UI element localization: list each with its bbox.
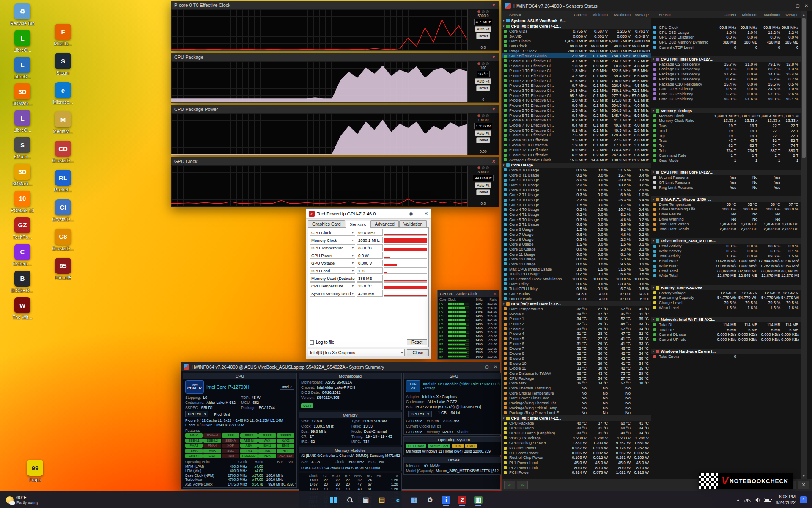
sensor-row[interactable]: Total Host Writes 1,304 GB 1,304 GB 1,30… bbox=[651, 222, 801, 227]
sensor-row[interactable]: Trfc 734 T 734 T 887 T 880 T bbox=[651, 148, 801, 153]
taskbar-app-button[interactable]: Z bbox=[455, 493, 469, 507]
graph-window-titlebar[interactable]: CPU Package ✕ bbox=[171, 53, 499, 61]
sensor-group-header[interactable]: ▾ Drive: Micron_2450_MTFDK... bbox=[651, 238, 801, 244]
sensor-row[interactable]: Battery Voltage 12.546 V 12.545 V 12.549… bbox=[651, 290, 801, 295]
sensor-row[interactable]: Total Activity 1.3 % 0.0 % 89.6 % 1.5 % bbox=[651, 254, 801, 259]
desktop-icon[interactable]: 95 Prime95 bbox=[44, 258, 82, 280]
next-page-button[interactable]: » bbox=[517, 481, 528, 489]
sensor-row[interactable]: GPU Clock 99.8 MHz 99.8 MHz 99.8 MHz 99.… bbox=[651, 25, 801, 30]
sensor-row[interactable]: P-core 5 T1 Effective Cl... 0.4 MHz 0.2 … bbox=[502, 113, 651, 118]
desktop-icon[interactable]: S Steam bbox=[44, 53, 82, 75]
maximize-icon[interactable]: ▢ bbox=[485, 364, 488, 369]
reset-button[interactable]: Reset bbox=[476, 137, 490, 143]
taskbar-app-button[interactable] bbox=[327, 493, 340, 507]
sensor-row[interactable]: P-core 0 T1 Effective Cl... 1.8 MHz 0.9 … bbox=[502, 64, 651, 69]
sensor-row[interactable]: Total DL 114 MB 114 MB 114 MB 114 MB bbox=[651, 322, 801, 327]
sensor-group-header[interactable]: ▾ S.M.A.R.T.: Micron_2450_... bbox=[651, 196, 801, 202]
gpuz-sensor-select[interactable]: Memory Clock ▾ bbox=[310, 237, 355, 243]
desktop-icon[interactable]: S SMath... bbox=[3, 137, 41, 159]
previous-page-button[interactable]: « bbox=[504, 481, 515, 489]
desktop-icon[interactable]: e Microso... bbox=[44, 82, 82, 105]
gpuz-sensor-select[interactable]: GPU Load ▾ bbox=[310, 267, 355, 274]
desktop-icon[interactable]: B BIOSHO... bbox=[3, 271, 41, 293]
sensor-row[interactable]: Command Rate 1 T 1 T 2 T 2 T bbox=[651, 153, 801, 158]
tray-chevron-icon[interactable]: ▲ bbox=[736, 498, 740, 502]
minimize-icon[interactable]: – bbox=[417, 211, 420, 216]
nvme-radio[interactable] bbox=[424, 464, 428, 467]
gpuz-sensor-select[interactable]: CPU Temperature ▾ bbox=[310, 282, 355, 289]
gpuz-sensor-select[interactable]: System Memory Used ▾ bbox=[310, 290, 355, 297]
autofit-button[interactable]: Auto Fit bbox=[475, 130, 491, 136]
sensor-row[interactable]: Core 0 T0 Usage 0.2 % 0.0 % 31.5 % 0.5 % bbox=[502, 168, 651, 173]
desktop-icon[interactable]: 10 PCMark 10 bbox=[3, 190, 41, 213]
graph-window-titlebar[interactable]: CPU Package Power ✕ bbox=[171, 105, 499, 113]
gpu-selector-dropdown[interactable]: GPU #0 ▾ bbox=[408, 411, 432, 417]
desktop-icon[interactable]: C Cyberp... bbox=[3, 244, 41, 266]
sensor-row[interactable]: IA Cores Power 0.937 W 0.916 W 9.176 W 1… bbox=[502, 445, 651, 450]
sensor-row[interactable]: E-core 10 32 °C 29 °C 41 °C 34 °C bbox=[502, 361, 651, 366]
taskbar-app-button[interactable] bbox=[343, 493, 357, 507]
wifi-icon[interactable] bbox=[744, 497, 751, 502]
sensor-row[interactable]: Core Critical Temperature No No No bbox=[502, 391, 651, 396]
sensor-row[interactable]: P-core 3 33 °C 29 °C 57 °C 34 °C bbox=[502, 326, 651, 331]
sensor-row[interactable]: Current DL rate 0.000 KB/s 0.000 KB/s 0.… bbox=[651, 332, 801, 337]
sensor-row[interactable]: Tcas 19 T 19 T 22 T 22 T bbox=[651, 123, 801, 128]
sensors-titlebar[interactable]: HWiNFO64 v7.26-4800 - Sensors Status – ▢… bbox=[502, 0, 812, 11]
close-icon[interactable]: ✕ bbox=[424, 211, 428, 216]
gpuz-tab[interactable]: Graphics Card bbox=[308, 220, 345, 227]
sensor-row[interactable]: Drive Failure No No No bbox=[651, 212, 801, 217]
sensor-row[interactable]: Drive Warning No No No bbox=[651, 217, 801, 222]
sensor-row[interactable]: E-core 11 33 °C 30 °C 42 °C 35 °C bbox=[502, 366, 651, 371]
sensor-row[interactable]: CPU Package Power 1.331 W 1.200 W 9.757 … bbox=[502, 441, 651, 446]
desktop-icon[interactable]: L LibreO... bbox=[3, 57, 41, 79]
sensor-row[interactable]: E-core 8 32 °C 30 °C 42 °C 34 °C bbox=[502, 351, 651, 356]
sensor-row[interactable]: CPU Package 36 °C 34 °C 57 °C 38 °C bbox=[502, 376, 651, 381]
sensor-row[interactable]: P-core 2 32 °C 29 °C 48 °C 33 °C bbox=[502, 321, 651, 326]
sensor-row[interactable]: Core Effective Clocks 12.9 MHz 0.1 MHz 7… bbox=[502, 53, 651, 58]
sensor-group-header[interactable]: ▾ CPU [#0]: Intel Core i7-12... bbox=[502, 301, 651, 307]
maximize-icon[interactable]: ▢ bbox=[796, 3, 799, 8]
close-icon[interactable]: ✕ bbox=[805, 3, 808, 8]
taskbar-app-button[interactable]: ▣ bbox=[359, 493, 373, 507]
sensor-row[interactable]: Core Power Limit Exce... No No No bbox=[502, 396, 651, 401]
sensor-row[interactable]: PCH Power 0.914 W 0.876 W 1.021 W 0.918 … bbox=[502, 470, 651, 475]
sensor-row[interactable]: E-core 9 T0 Effective Cl... 7.5 MHz 0.2 … bbox=[502, 133, 651, 138]
cpu-selector-dropdown[interactable]: CPU #0 ▾ bbox=[185, 411, 208, 417]
sensor-row[interactable]: P-core 4 T1 Effective Cl... 0.6 MHz 0.2 … bbox=[502, 103, 651, 108]
sensor-row[interactable]: Core 1 T0 Usage 3.0 % 0.0 % 20.0 % 0.3 % bbox=[502, 177, 651, 182]
volume-icon[interactable]: ) bbox=[755, 498, 760, 502]
gpuz-sensor-select[interactable]: GPU Voltage ▾ bbox=[310, 260, 355, 266]
sensor-row[interactable]: Package/Ring Critical Temp... No No No bbox=[502, 406, 651, 411]
sensor-row[interactable]: E-core 12 T0 Effective ... 6.9 MHz 0.2 M… bbox=[502, 148, 651, 153]
sensor-row[interactable]: Core 2 T0 Usage 3.0 % 0.0 % 31.5 % 2.2 % bbox=[502, 188, 651, 193]
sensor-row[interactable]: CPU IA Cores 33 °C 31 °C 60 °C 34 °C bbox=[502, 425, 651, 431]
sensor-group-header[interactable]: ▾ Network: Intel Wi-Fi 6E AX2... bbox=[651, 317, 801, 323]
sensor-row[interactable]: Write Activity 0.5 % 0.0 % 6.1 % 0.1 % bbox=[651, 248, 801, 254]
close-icon[interactable]: ✕ bbox=[494, 364, 497, 369]
desktop-icon-fraps[interactable]: 99 Fraps bbox=[16, 460, 54, 482]
sensors-scrollbar[interactable]: ▲ ▼ bbox=[801, 11, 807, 479]
sensor-row[interactable]: Ring/LLC Clock 798.0 MHz 399.0 MHz 3,691… bbox=[502, 49, 651, 54]
sensor-row[interactable]: Package C6 Residency 27.2 % 0.0 % 34.1 %… bbox=[651, 72, 801, 77]
sensor-row[interactable]: On-Demand Clock Modulation 100.0 % 100.0… bbox=[502, 276, 651, 282]
sensor-row[interactable]: Package/Ring Power Limit E... No No No bbox=[502, 411, 651, 416]
sensor-row[interactable]: Core Max 36 °C 34 °C 57 °C 38 °C bbox=[502, 381, 651, 386]
sensor-row[interactable]: E-core 6 T0 Effective Cl... 0.2 MHz 0.1 … bbox=[502, 118, 651, 123]
desktop-icon[interactable]: C8 CrystalD... bbox=[44, 229, 82, 251]
sensor-group-header[interactable]: ▾ Core Usage bbox=[502, 163, 651, 168]
sensor-row[interactable]: Core Thermal Throttling No No No bbox=[502, 386, 651, 391]
camera-icon[interactable]: ◉ bbox=[409, 211, 413, 216]
sensor-row[interactable]: Core 11 Usage 0.0 % 0.0 % 8.1 % 0.2 % bbox=[502, 252, 651, 257]
taskbar-app-button[interactable]: ▤ bbox=[375, 493, 389, 507]
sensor-row[interactable]: Core 3 T1 Usage 1.5 % 0.0 % 7.7 % 1.4 % bbox=[502, 202, 651, 207]
sensor-row[interactable]: Write Total 12,679 MB 12,645 MB 12,679 M… bbox=[651, 273, 801, 279]
sensor-row[interactable]: Package C8 Residency 0.9 % 0.0 % 6.7 % 0… bbox=[651, 77, 801, 82]
sensor-row[interactable]: E-core 7 T0 Effective Cl... 0.4 MHz 0.1 … bbox=[502, 123, 651, 128]
sensor-row[interactable]: Core Ratios 14.8 x 4.0 x 37.0 x 14.3 x bbox=[502, 291, 651, 296]
minimize-icon[interactable]: – bbox=[477, 364, 480, 369]
desktop-icon[interactable]: 3D 3DMark... bbox=[3, 83, 41, 106]
scrollbar-thumb[interactable] bbox=[802, 18, 806, 158]
sensor-row[interactable]: Core 6 Usage 1.5 % 0.0 % 9.2 % 0.3 % bbox=[502, 227, 651, 232]
sensor-row[interactable]: Core C6 Residency 5.7 % 0.0 % 57.0 % 2.6… bbox=[651, 91, 801, 97]
close-icon[interactable]: ✕ bbox=[493, 292, 497, 296]
